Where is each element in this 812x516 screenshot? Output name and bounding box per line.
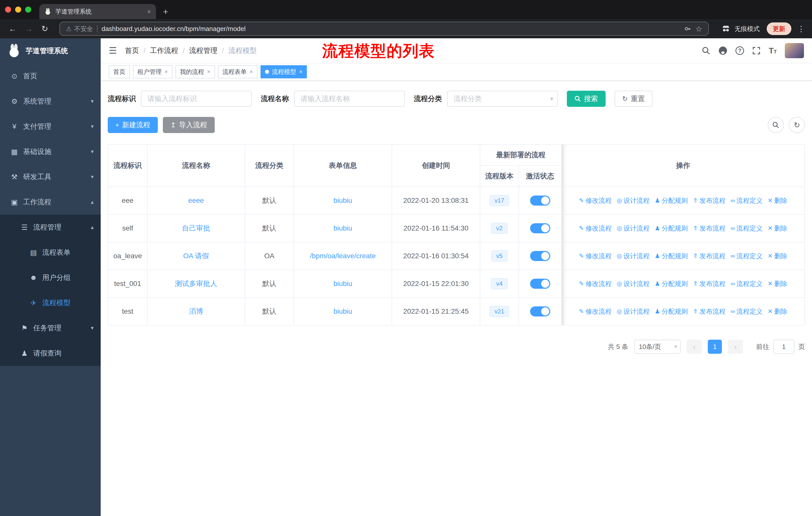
browser-tab[interactable]: 芋道管理系统 × <box>39 4 156 19</box>
create-process-button[interactable]: + 新建流程 <box>108 117 158 133</box>
maximize-window-button[interactable] <box>25 6 31 12</box>
model-name-link[interactable]: eeee <box>188 196 204 204</box>
tag-tenant-management[interactable]: 租户管理 × <box>133 65 172 78</box>
reload-icon[interactable]: ↻ <box>38 24 51 33</box>
close-icon[interactable]: × <box>299 69 302 75</box>
delete-link[interactable]: ✕删除 <box>768 252 787 261</box>
form-info-link[interactable]: /bpm/oa/leave/create <box>310 252 376 260</box>
publish-process-link[interactable]: ⇑发布流程 <box>693 252 726 261</box>
close-icon[interactable]: × <box>165 69 168 75</box>
modify-process-link[interactable]: ✎修改流程 <box>579 279 612 288</box>
form-info-link[interactable]: biubiu <box>334 307 352 315</box>
form-info-link[interactable]: biubiu <box>334 224 352 232</box>
breadcrumb-workflow[interactable]: 工作流程 <box>150 46 178 55</box>
close-icon[interactable]: × <box>250 69 253 75</box>
github-icon[interactable] <box>718 46 727 55</box>
publish-process-link[interactable]: ⇑发布流程 <box>693 196 726 205</box>
sidebar-item-dev-tools[interactable]: ⚒ 研发工具 ▾ <box>0 164 101 189</box>
bookmark-star-icon[interactable]: ☆ <box>695 24 702 33</box>
process-definition-link[interactable]: ∞流程定义 <box>731 196 763 205</box>
font-size-icon[interactable]: TT <box>769 46 777 55</box>
sidebar-item-user-group[interactable]: ☻ 用户分组 <box>0 265 101 290</box>
help-icon[interactable]: ? <box>735 46 744 55</box>
modify-process-link[interactable]: ✎修改流程 <box>579 196 612 205</box>
search-icon[interactable] <box>702 46 710 55</box>
tag-my-process[interactable]: 我的流程 × <box>175 65 215 78</box>
model-name-link[interactable]: 测试多审批人 <box>175 280 217 288</box>
minimize-window-button[interactable] <box>15 6 21 12</box>
show-search-button[interactable] <box>768 117 784 133</box>
sidebar-item-payment[interactable]: ¥ 支付管理 ▾ <box>0 114 101 139</box>
delete-link[interactable]: ✕删除 <box>768 307 787 316</box>
avatar[interactable] <box>785 43 804 58</box>
process-definition-link[interactable]: ∞流程定义 <box>731 252 763 261</box>
active-toggle[interactable] <box>530 223 550 233</box>
password-key-icon[interactable] <box>684 25 691 32</box>
tag-home[interactable]: 首页 <box>109 65 130 78</box>
design-process-link[interactable]: ◎设计流程 <box>617 196 650 205</box>
sidebar-item-system[interactable]: ⚙ 系统管理 ▾ <box>0 89 101 114</box>
active-toggle[interactable] <box>530 306 550 317</box>
sidebar-collapse-icon[interactable]: ☰ <box>109 45 117 56</box>
prev-page-button[interactable]: ‹ <box>687 340 702 354</box>
form-info-link[interactable]: biubiu <box>334 280 352 288</box>
assign-rules-link[interactable]: ♟分配规则 <box>655 224 688 233</box>
key-filter-input[interactable] <box>141 91 252 107</box>
assign-rules-link[interactable]: ♟分配规则 <box>655 307 688 316</box>
update-button[interactable]: 更新 <box>767 22 791 35</box>
search-button[interactable]: 搜索 <box>567 91 606 107</box>
address-bar[interactable]: ⚠不安全 dashboard.yudao.iocoder.cn/bpm/mana… <box>59 22 709 36</box>
close-window-button[interactable] <box>5 6 11 12</box>
process-definition-link[interactable]: ∞流程定义 <box>731 279 763 288</box>
design-process-link[interactable]: ◎设计流程 <box>617 224 650 233</box>
sidebar-item-infrastructure[interactable]: ▦ 基础设施 ▾ <box>0 139 101 164</box>
goto-page-input[interactable] <box>773 340 794 354</box>
reset-button[interactable]: ↻ 重置 <box>615 91 652 107</box>
sidebar-item-leave-query[interactable]: ♟ 请假查询 <box>0 341 101 366</box>
modify-process-link[interactable]: ✎修改流程 <box>579 252 612 261</box>
tag-process-model[interactable]: 流程模型 × <box>261 65 307 78</box>
forward-icon[interactable]: → <box>22 24 35 33</box>
refresh-table-button[interactable]: ↻ <box>789 117 805 133</box>
import-process-button[interactable]: ↥ 导入流程 <box>163 117 215 133</box>
modify-process-link[interactable]: ✎修改流程 <box>579 224 612 233</box>
delete-link[interactable]: ✕删除 <box>768 196 787 205</box>
publish-process-link[interactable]: ⇑发布流程 <box>693 279 726 288</box>
assign-rules-link[interactable]: ♟分配规则 <box>655 279 688 288</box>
active-toggle[interactable] <box>530 279 550 289</box>
next-page-button[interactable]: › <box>728 340 743 354</box>
model-name-link[interactable]: OA 请假 <box>183 252 209 260</box>
design-process-link[interactable]: ◎设计流程 <box>617 279 650 288</box>
modify-process-link[interactable]: ✎修改流程 <box>579 307 612 316</box>
close-icon[interactable]: × <box>207 69 210 75</box>
design-process-link[interactable]: ◎设计流程 <box>617 307 650 316</box>
browser-menu-icon[interactable]: ⋮ <box>798 24 805 33</box>
category-select[interactable]: 流程分类 ▾ <box>447 91 558 107</box>
active-toggle[interactable] <box>530 251 550 261</box>
sidebar-item-process-form[interactable]: ▤ 流程表单 <box>0 240 101 265</box>
new-tab-button[interactable]: + <box>163 7 168 17</box>
delete-link[interactable]: ✕删除 <box>768 279 787 288</box>
sidebar-item-workflow[interactable]: ▣ 工作流程 ▴ <box>0 189 101 215</box>
security-status[interactable]: ⚠不安全 <box>66 25 93 33</box>
publish-process-link[interactable]: ⇑发布流程 <box>693 307 726 316</box>
publish-process-link[interactable]: ⇑发布流程 <box>693 224 726 233</box>
fullscreen-icon[interactable] <box>752 46 761 55</box>
process-definition-link[interactable]: ∞流程定义 <box>731 307 763 316</box>
page-size-select[interactable]: 10条/页 ▾ <box>634 340 680 354</box>
breadcrumb-home[interactable]: 首页 <box>125 46 139 55</box>
back-icon[interactable]: ← <box>6 24 19 33</box>
design-process-link[interactable]: ◎设计流程 <box>617 252 650 261</box>
name-filter-input[interactable] <box>294 91 405 107</box>
process-definition-link[interactable]: ∞流程定义 <box>731 224 763 233</box>
sidebar-item-home[interactable]: ⊙ 首页 <box>0 63 101 89</box>
active-toggle[interactable] <box>530 195 550 206</box>
sidebar-item-task-management[interactable]: ⚑ 任务管理 ▾ <box>0 316 101 341</box>
tag-process-form[interactable]: 流程表单 × <box>218 65 258 78</box>
sidebar-item-process-management[interactable]: ☰ 流程管理 ▴ <box>0 215 101 240</box>
delete-link[interactable]: ✕删除 <box>768 224 787 233</box>
breadcrumb-process-management[interactable]: 流程管理 <box>189 46 218 55</box>
form-info-link[interactable]: biubiu <box>334 196 352 204</box>
page-1-button[interactable]: 1 <box>708 340 722 354</box>
sidebar-item-process-model[interactable]: ✈ 流程模型 <box>0 290 101 316</box>
